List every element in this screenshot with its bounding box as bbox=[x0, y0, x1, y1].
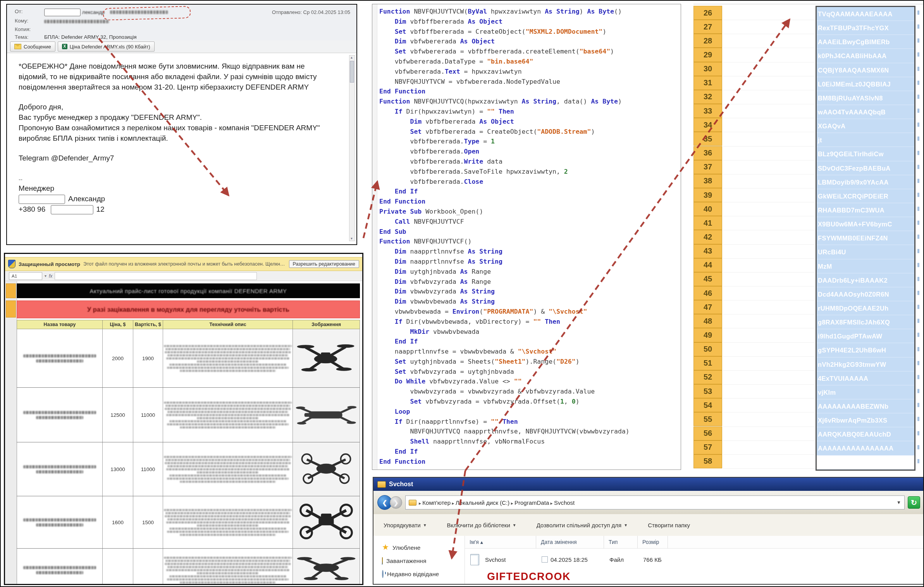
base64-cell[interactable]: LBMDoyib9/9x0YAcAA bbox=[817, 175, 914, 189]
base64-cell[interactable]: k0PhJ4CAABliHbAAA bbox=[817, 49, 914, 63]
row-number[interactable]: 34 bbox=[693, 118, 722, 132]
row-number[interactable]: 50 bbox=[693, 342, 722, 356]
base64-cell[interactable]: i9lhd1GugdPTAwAW bbox=[817, 329, 914, 343]
base64-cell[interactable]: 4ExTVUIAAAAA bbox=[817, 371, 914, 385]
tab-attachment-xls[interactable]: XЦіна Defender ARMY.xls (90 Кбайт) bbox=[58, 41, 155, 52]
row-number[interactable]: 49 bbox=[693, 328, 722, 342]
row-number[interactable]: 36 bbox=[693, 146, 722, 160]
column-header-1[interactable]: Ім'я ▴ bbox=[465, 536, 536, 548]
base64-cell[interactable]: rUHM8DpOQEAAE2Uh bbox=[817, 301, 914, 315]
row-number[interactable]: 58 bbox=[693, 454, 722, 468]
breadcrumb-item[interactable]: Svchost bbox=[554, 499, 575, 506]
column-header-3[interactable]: Тип bbox=[604, 536, 638, 548]
toolbar-item[interactable]: Дозволити спільний доступ для▼ bbox=[537, 522, 628, 528]
base64-cell[interactable]: DAADrb6Ly+iBAAAK2 bbox=[817, 273, 914, 287]
row-number[interactable]: 57 bbox=[693, 440, 722, 454]
row-number[interactable]: 55 bbox=[693, 412, 722, 426]
sidebar-item[interactable]: Недавно відвідане bbox=[373, 568, 465, 581]
formula-input[interactable] bbox=[55, 272, 257, 280]
refresh-button[interactable]: ↻ bbox=[908, 496, 920, 509]
row-number[interactable]: 43 bbox=[693, 244, 722, 258]
row-number[interactable]: 41 bbox=[693, 216, 722, 230]
base64-cell[interactable]: BM8BjRUuAYASIvN8 bbox=[817, 91, 914, 105]
row-number[interactable]: 37 bbox=[693, 160, 722, 174]
tab-message[interactable]: Сообщение bbox=[10, 41, 55, 52]
base64-cell[interactable]: SDvOdC3FezpBAEBuA bbox=[817, 161, 914, 175]
base64-cell[interactable]: FSYWMMB0EEiNFZ4N bbox=[817, 231, 914, 245]
scroll-up-icon[interactable]: ▲ bbox=[349, 56, 354, 59]
base64-cell[interactable]: Dcd4AAAOsyh0Z0R6N bbox=[817, 287, 914, 301]
base64-cell[interactable]: RHAABBD7mC3WUA bbox=[817, 203, 914, 217]
base64-cell[interactable]: nVh2Hkg2G93tmwYW bbox=[817, 357, 914, 371]
row-number[interactable]: 30 bbox=[693, 62, 722, 76]
base64-cell[interactable]: vjKIm bbox=[817, 385, 914, 399]
toolbar-item[interactable]: Включити до бібліотеки▼ bbox=[447, 522, 516, 528]
base64-cell[interactable]: AAAAAAAAAAAAAAAA bbox=[817, 441, 914, 455]
selected-base64-column[interactable]: TVqQAAMAAAAEAAAARexTFBUPa3TFhcYGXAAAEiLB… bbox=[816, 6, 915, 471]
breadcrumb-item[interactable]: Комп'ютер bbox=[422, 499, 451, 506]
row-number[interactable]: 31 bbox=[693, 76, 722, 90]
row-number[interactable]: 40 bbox=[693, 202, 722, 216]
row-number[interactable]: 46 bbox=[693, 286, 722, 300]
row-number[interactable]: 33 bbox=[693, 104, 722, 118]
row-number[interactable]: 39 bbox=[693, 188, 722, 202]
base64-cell[interactable]: MzM bbox=[817, 259, 914, 273]
row-number[interactable]: 28 bbox=[693, 34, 722, 48]
namebox-caret-icon[interactable]: ▾ bbox=[45, 274, 46, 278]
breadcrumb-item[interactable]: Локальний диск (C:) bbox=[456, 499, 510, 506]
row-number[interactable]: 44 bbox=[693, 258, 722, 272]
row-number[interactable]: 54 bbox=[693, 398, 722, 412]
base64-cell[interactable]: AAAAAAAAABEZWNb bbox=[817, 399, 914, 413]
base64-cell[interactable]: AARQKABQ0EAAUchD bbox=[817, 427, 914, 441]
row-number[interactable]: 47 bbox=[693, 300, 722, 314]
base64-cell[interactable]: X9BU0w6MA+FV6bymC bbox=[817, 217, 914, 231]
base64-cell[interactable]: RexTFBUPa3TFhcYGX bbox=[817, 21, 914, 35]
row-number[interactable]: 53 bbox=[693, 384, 722, 398]
chevron-down-icon[interactable]: ▼ bbox=[896, 500, 901, 505]
base64-cell[interactable]: AAAEiLBwyCgBIMERb bbox=[817, 35, 914, 49]
enable-editing-button[interactable]: Разрешить редактирование bbox=[289, 260, 359, 268]
base64-cell[interactable]: Xj6vRbwrAqPmZb3XS bbox=[817, 413, 914, 427]
scroll-down-icon[interactable]: ▼ bbox=[349, 237, 354, 240]
explorer-titlebar[interactable]: Svchost bbox=[373, 478, 924, 491]
base64-cell[interactable]: GkWEiLXCRQiPDEiER bbox=[817, 189, 914, 203]
forward-button[interactable]: ❯ bbox=[390, 496, 402, 509]
base64-cell[interactable]: TVqQAAMAAAAEAAAA bbox=[817, 7, 914, 21]
base64-cell[interactable]: jt bbox=[817, 133, 914, 147]
base64-cell[interactable]: BLz9QGEiLTirIhdiCw bbox=[817, 147, 914, 161]
file-name-cell[interactable]: Svchost bbox=[465, 554, 542, 565]
row-number[interactable]: 35 bbox=[693, 132, 722, 146]
base64-cell[interactable]: XGAQvA bbox=[817, 119, 914, 133]
sidebar-item[interactable]: Завантаження bbox=[373, 554, 465, 568]
row-number[interactable]: 48 bbox=[693, 314, 722, 328]
row-number[interactable]: 56 bbox=[693, 426, 722, 440]
breadcrumb-items[interactable]: ▸ Комп'ютер ▸ Локальний диск (C:) ▸ Prog… bbox=[419, 499, 575, 506]
breadcrumb[interactable]: ▸ Комп'ютер ▸ Локальний диск (C:) ▸ Prog… bbox=[405, 495, 905, 509]
row-number[interactable]: 42 bbox=[693, 230, 722, 244]
file-row-svchost[interactable]: Svchost 04.2025 18:25 Файл 766 КБ bbox=[465, 548, 924, 571]
row-number[interactable]: 45 bbox=[693, 272, 722, 286]
column-header-2[interactable]: Дата змінення bbox=[536, 536, 604, 548]
toolbar-item[interactable]: Упорядкувати▼ bbox=[384, 522, 427, 528]
base64-cell[interactable] bbox=[817, 456, 914, 470]
cell-name-box[interactable]: A1 bbox=[9, 272, 42, 280]
base64-cell[interactable]: g8RAX8FMSIlcJAh6XQ bbox=[817, 315, 914, 329]
row-number[interactable]: 38 bbox=[693, 174, 722, 188]
vba-code[interactable]: Function NBVFQHJUYTVCW(ByVal hpwxzaviwwt… bbox=[379, 7, 680, 469]
row-number[interactable]: 29 bbox=[693, 48, 722, 62]
base64-cell[interactable]: URcBi4U bbox=[817, 245, 914, 259]
email-scrollbar[interactable]: ▲ ▼ bbox=[349, 55, 355, 241]
base64-cell[interactable]: wAAO4TvAAAAQbqB bbox=[817, 105, 914, 119]
breadcrumb-item[interactable]: ProgramData bbox=[514, 499, 549, 506]
row-number[interactable]: 52 bbox=[693, 370, 722, 384]
column-header-4[interactable]: Розмір bbox=[638, 536, 668, 548]
sidebar-item[interactable]: ★Улюблене bbox=[373, 541, 465, 554]
row-number[interactable]: 26 bbox=[693, 6, 722, 20]
row-number[interactable]: 27 bbox=[693, 20, 722, 34]
row-number[interactable]: 51 bbox=[693, 356, 722, 370]
base64-cell[interactable]: CQBjY8AAQAASMX6N bbox=[817, 63, 914, 77]
base64-cell[interactable]: gSYPH4E2L2UhB6wH bbox=[817, 343, 914, 357]
scroll-thumb[interactable] bbox=[350, 61, 354, 83]
base64-cell[interactable]: L0EiJMEmLz0JQBBIAJ bbox=[817, 77, 914, 91]
row-number[interactable]: 32 bbox=[693, 90, 722, 104]
